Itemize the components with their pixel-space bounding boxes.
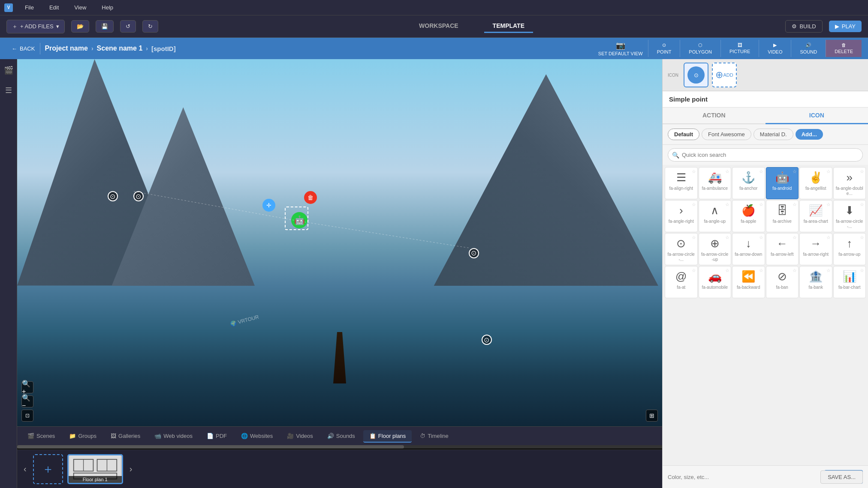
floor-add-button[interactable]: ＋ xyxy=(33,454,63,484)
spot-id: [spotID] xyxy=(151,45,176,52)
tool-point[interactable]: ⊙ POINT xyxy=(648,40,680,57)
icon-cell-fa-angellist[interactable]: ☆ ✌ fa-angellist xyxy=(799,167,832,199)
tab-galleries[interactable]: 🖼 Galleries xyxy=(105,430,146,443)
spot-marker-1[interactable] xyxy=(133,191,144,201)
icon-cell-fa-arrow-left[interactable]: ☆ ← fa-arrow-left xyxy=(766,233,799,265)
point-label: POINT xyxy=(657,49,672,54)
icon-cell-fa-arrow-up[interactable]: ☆ ↑ fa-arrow-up xyxy=(833,233,866,265)
chevron-down-icon: ▾ xyxy=(56,23,59,30)
tool-polygon[interactable]: ⬡ POLYGON xyxy=(680,40,720,57)
tab-sounds[interactable]: 🔊 Sounds xyxy=(321,430,361,443)
icon-cell-fa-arrow-circle-r[interactable]: ☆ ⊙ fa-arrow-circle-... xyxy=(665,233,698,265)
filter-button[interactable]: ⊞ xyxy=(646,410,658,422)
tab-floor-plans[interactable]: 📋 Floor plans xyxy=(363,430,412,443)
tab-pdf[interactable]: 📄 PDF xyxy=(201,430,233,443)
tab-websites[interactable]: 🌐 Websites xyxy=(235,430,279,443)
tab-action[interactable]: ACTION xyxy=(663,108,766,124)
spot-marker-3[interactable] xyxy=(469,248,479,258)
menu-edit[interactable]: Edit xyxy=(46,3,62,12)
icon-cell-fa-angle-double[interactable]: ☆ » fa-angle-double... xyxy=(833,167,866,199)
menu-file[interactable]: File xyxy=(21,3,37,12)
icon-cell-fa-android[interactable]: ☆ 🤖 fa-android xyxy=(766,167,799,199)
icon-slot-1[interactable]: ⊙ xyxy=(684,63,708,87)
save-as-button[interactable]: SAVE AS... xyxy=(820,470,863,484)
boat xyxy=(314,332,365,418)
tab-template[interactable]: TEMPLATE xyxy=(484,20,533,33)
spot-marker-4[interactable] xyxy=(108,191,118,201)
icon-cell-fa-area-chart[interactable]: ☆ 📈 fa-area-chart xyxy=(799,200,832,232)
icon-cell-fa-bank[interactable]: ☆ 🏦 fa-bank xyxy=(799,266,832,298)
icon-cell-fa-at[interactable]: ☆ @ fa-at xyxy=(665,266,698,298)
tool-picture[interactable]: 🖼 PICTURE xyxy=(720,40,759,57)
icon-cell-fa-arrow-circle[interactable]: ☆ ⬇ fa-arrow-circle-... xyxy=(833,200,866,232)
icon-cell-fa-angle-right[interactable]: ☆ › fa-angle-right xyxy=(665,200,698,232)
tool-sound[interactable]: 🔊 SOUND xyxy=(791,40,826,57)
add-files-button[interactable]: ＋ + ADD FILES ▾ xyxy=(6,20,65,33)
icon-cell-fa-arrow-circle-u[interactable]: ☆ ⊕ fa-arrow-circle-up xyxy=(699,233,732,265)
icon-cell-fa-automobile[interactable]: ☆ 🚗 fa-automobile xyxy=(699,266,732,298)
back-button[interactable]: ← BACK xyxy=(6,43,40,54)
icon-cell-fa-ban[interactable]: ☆ ⊘ fa-ban xyxy=(766,266,799,298)
open-button[interactable]: 📂 xyxy=(71,20,89,33)
icon-cell-fa-backward[interactable]: ☆ ⏪ fa-backward xyxy=(732,266,765,298)
icon-cell-fa-apple[interactable]: ☆ 🍎 fa-apple xyxy=(732,200,765,232)
icon-cell-fa-align-right[interactable]: ☆ ☰ fa-align-right xyxy=(665,167,698,199)
spot-delete-icon[interactable]: 🗑 xyxy=(304,191,317,204)
scroll-bar[interactable] xyxy=(17,445,662,449)
undo-button[interactable]: ↺ xyxy=(120,20,136,33)
tab-web-videos[interactable]: 📹 Web videos xyxy=(148,430,199,443)
floor-item-1[interactable]: Floor plan 1 xyxy=(67,454,123,484)
sidebar-layers-icon[interactable]: ☰ xyxy=(2,84,15,97)
icon-label: fa-arrow-circle-up xyxy=(701,252,729,262)
zoom-in-button[interactable]: 🔍+ xyxy=(21,381,33,393)
source-tab-material-d[interactable]: Material D. xyxy=(753,129,793,140)
tool-delete[interactable]: 🗑 DELETE xyxy=(826,40,862,57)
icon-label: fa-android xyxy=(772,186,792,191)
source-tab-font-awesome[interactable]: Font Awesome xyxy=(702,129,751,140)
icon-glyph: 🏦 xyxy=(809,270,823,283)
floor-nav-prev[interactable]: ‹ xyxy=(21,462,29,476)
tab-videos[interactable]: 🎥 Videos xyxy=(281,430,319,443)
color-size-label: Color, size, etc... xyxy=(668,474,709,480)
tab-icon[interactable]: ICON xyxy=(766,108,868,124)
add-source-button[interactable]: Add... xyxy=(796,129,823,140)
tab-timeline[interactable]: ⏱ Timeline xyxy=(414,430,455,443)
canvas-area[interactable]: 🤖 ✛ 🗑 🌍 VRTOUR 🔍+ 🔍− ⊡ 🎬 xyxy=(17,59,662,488)
spot-marker-2[interactable] xyxy=(482,335,492,345)
icon-search-input[interactable] xyxy=(668,148,863,162)
sound-icon: 🔊 xyxy=(805,42,811,48)
spot-android-icon[interactable]: 🤖 xyxy=(291,212,307,228)
menu-view[interactable]: View xyxy=(71,3,90,12)
zoom-fit-button[interactable]: ⊡ xyxy=(21,410,33,422)
spot-move-icon[interactable]: ✛ xyxy=(262,199,275,212)
video-icon: ▶ xyxy=(773,42,777,48)
galleries-icon: 🖼 xyxy=(111,433,116,439)
play-button[interactable]: ▶ PLAY xyxy=(829,21,862,32)
icon-cell-fa-anchor[interactable]: ☆ ⚓ fa-anchor xyxy=(732,167,765,199)
icon-cell-fa-angle-up[interactable]: ☆ ∧ fa-angle-up xyxy=(699,200,732,232)
icon-cell-fa-arrow-right[interactable]: ☆ → fa-arrow-right xyxy=(799,233,832,265)
icon-cell-fa-archive[interactable]: ☆ 🗄 fa-archive xyxy=(766,200,799,232)
source-tab-default[interactable]: Default xyxy=(668,129,699,140)
icon-cell-fa-arrow-down[interactable]: ☆ ↓ fa-arrow-down xyxy=(732,233,765,265)
icon-add-slot[interactable]: ⊕ ADD xyxy=(712,63,737,87)
tool-video[interactable]: ▶ VIDEO xyxy=(759,40,791,57)
icon-label: fa-bank xyxy=(809,285,823,290)
icon-cell-fa-bar-chart[interactable]: ☆ 📊 fa-bar-chart xyxy=(833,266,866,298)
tab-scenes[interactable]: 🎬 Scenes xyxy=(21,430,61,443)
build-button[interactable]: ⚙ BUILD xyxy=(785,20,822,33)
icon-search-container: 🔍 xyxy=(663,145,868,165)
tab-groups[interactable]: 📁 Groups xyxy=(63,430,102,443)
star-icon: ☆ xyxy=(860,235,864,240)
icon-glyph: › xyxy=(679,204,683,217)
icon-glyph: ⊙ xyxy=(676,237,686,250)
floor-nav-next[interactable]: › xyxy=(127,462,135,476)
zoom-out-button[interactable]: 🔍− xyxy=(21,395,33,407)
menu-help[interactable]: Help xyxy=(98,3,117,12)
save-button[interactable]: 💾 xyxy=(96,20,114,33)
redo-button[interactable]: ↻ xyxy=(142,20,158,33)
tab-workspace[interactable]: WORKSPACE xyxy=(410,20,467,33)
sidebar-scenes-icon[interactable]: 🎬 xyxy=(2,63,15,77)
set-default-button[interactable]: 📷 SET DEFAULT VIEW xyxy=(593,39,648,58)
icon-cell-fa-ambulance[interactable]: ☆ 🚑 fa-ambulance xyxy=(699,167,732,199)
